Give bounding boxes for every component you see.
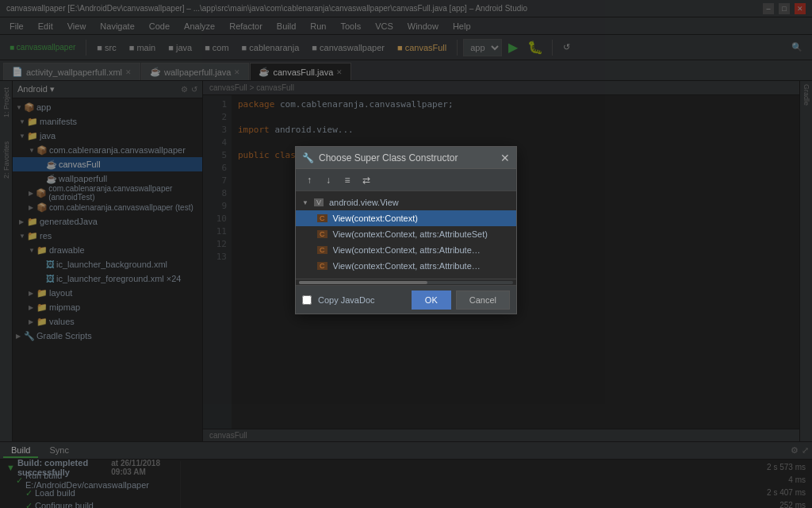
expand-arrow: ▼ <box>302 199 308 206</box>
class-tree-constructor-4[interactable]: C View(context:Context, attrs:AttributeS… <box>296 258 516 274</box>
dialog-icon: 🔧 <box>302 152 314 164</box>
ok-button[interactable]: OK <box>412 291 451 310</box>
class-tree-constructor-3[interactable]: C View(context:Context, attrs:AttributeS… <box>296 242 516 258</box>
constructor-icon: C <box>317 230 327 238</box>
modal-overlay: 🔧 Choose Super Class Constructor ✕ ↑ ↓ ≡… <box>0 0 812 508</box>
class-tree-label: View(context:Context) <box>333 214 418 223</box>
cancel-button[interactable]: Cancel <box>456 291 510 310</box>
choose-super-class-dialog: 🔧 Choose Super Class Constructor ✕ ↑ ↓ ≡… <box>295 146 517 314</box>
dialog-actions: OK Cancel <box>412 291 510 310</box>
constructor-icon: C <box>317 246 327 254</box>
class-tree-constructor-1[interactable]: C View(context:Context) <box>296 210 516 226</box>
class-tree: ▼ V android.view.View C View(context:Con… <box>296 191 516 279</box>
sort-desc-button[interactable]: ↓ <box>320 171 337 189</box>
copy-javadoc-checkbox[interactable] <box>302 295 312 305</box>
dialog-toolbar: ↑ ↓ ≡ ⇄ <box>296 169 516 191</box>
dialog-close-button[interactable]: ✕ <box>500 152 510 164</box>
class-tree-label: View(context:Context, attrs:AttributeSet… <box>333 261 484 271</box>
collapse-all-button[interactable]: ⇄ <box>358 171 375 189</box>
dialog-footer: Copy JavaDoc OK Cancel <box>296 285 516 314</box>
dialog-scrollbar-area[interactable] <box>296 279 516 285</box>
constructor-icon: C <box>317 262 327 270</box>
dialog-scrollbar-track[interactable] <box>299 281 513 284</box>
dialog-titlebar: 🔧 Choose Super Class Constructor ✕ <box>296 147 516 169</box>
copy-javadoc-label: Copy JavaDoc <box>318 295 375 305</box>
dialog-title: Choose Super Class Constructor <box>319 152 500 164</box>
expand-all-button[interactable]: ≡ <box>339 171 356 189</box>
sort-asc-button[interactable]: ↑ <box>301 171 318 189</box>
class-type-badge: V <box>314 198 324 206</box>
class-tree-label: View(context:Context, attrs:AttributeSet… <box>333 229 488 239</box>
class-tree-constructor-2[interactable]: C View(context:Context, attrs:AttributeS… <box>296 226 516 242</box>
class-tree-android-view[interactable]: ▼ V android.view.View <box>296 194 516 210</box>
constructor-icon: C <box>317 214 327 222</box>
class-tree-label: android.view.View <box>329 198 399 207</box>
class-tree-label: View(context:Context, attrs:AttributeSet… <box>333 245 484 255</box>
dialog-scrollbar-thumb[interactable] <box>299 281 427 284</box>
